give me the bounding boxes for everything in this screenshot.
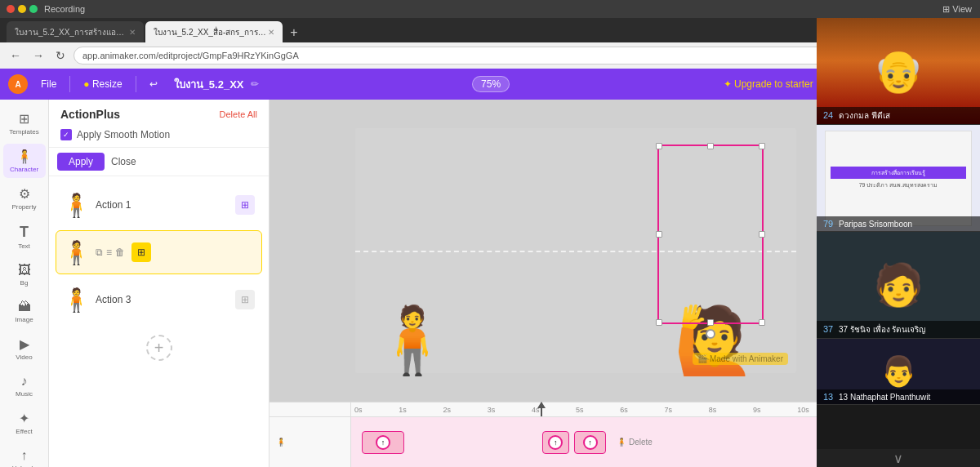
selection-box [657, 145, 764, 324]
close-panel-button[interactable]: Close [111, 153, 136, 171]
add-action-button[interactable]: + [146, 335, 172, 361]
close-dot[interactable] [7, 5, 15, 13]
new-tab-button[interactable]: + [284, 23, 304, 42]
url-field[interactable]: app.animaker.com/editproject/GmpFa9HRzYK… [74, 47, 925, 64]
delete-label: Delete [629, 438, 653, 447]
handle-left-mid[interactable] [656, 231, 662, 238]
apply-button[interactable]: Apply [57, 153, 105, 171]
action-2-tools: ⧉ ≡ 🗑 [96, 247, 125, 258]
track-label: 🧍 [270, 417, 351, 467]
sidebar-item-templates[interactable]: ⊞ Templates [3, 106, 46, 140]
text-label: Text [18, 242, 30, 250]
video-icon: ▶ [20, 336, 29, 352]
sidebar-item-bg[interactable]: 🖼 Bg [3, 258, 46, 291]
watermark: 🎬 Made with Animaker [693, 353, 788, 365]
delete-floating[interactable]: 🧍 Delete [617, 438, 653, 447]
templates-label: Templates [9, 128, 38, 136]
track-segment-3[interactable]: ↑ [574, 431, 606, 454]
back-button[interactable]: ← [7, 47, 24, 64]
participant-3-avatar: 🧑 [873, 261, 924, 309]
action-2-char: 🧍 [63, 236, 89, 269]
sidebar-item-character[interactable]: 🧍 Character [3, 144, 46, 178]
track-segment-1[interactable]: ↑ [362, 431, 404, 454]
forward-button[interactable]: → [29, 47, 47, 64]
action-item-3[interactable]: 🧍 Action 3 ⊞ [56, 278, 262, 322]
undo-button[interactable]: ↩ [143, 75, 164, 93]
tool-delete-icon[interactable]: 🗑 [115, 247, 125, 258]
track-segment-2[interactable]: ↑ [542, 431, 569, 454]
participant-2-name: Paripas Srisomboon [839, 220, 912, 229]
smooth-motion-checkbox[interactable]: ✓ [60, 129, 72, 140]
action-list: 🧍 Action 1 ⊞ 🧍 ⧉ ≡ 🗑 ⊞ [49, 176, 269, 328]
sidebar-item-image[interactable]: 🏔 Image [3, 295, 46, 328]
handle-right-mid[interactable] [759, 231, 765, 238]
canvas-area: 🧍 🙋 [270, 100, 882, 467]
webcam-item-3: 🧑 37 37 รัชนิจ เพื่อง รัตนเจริญ [817, 232, 980, 339]
webcam-label-1: 24 ดวงกมล ฟีตีเส [817, 107, 980, 124]
sidebar-item-uploads[interactable]: ↑ Uploads [3, 443, 46, 467]
divider-2 [136, 76, 136, 92]
view-button[interactable]: ⊞ View [942, 4, 972, 15]
handle-top-right[interactable] [759, 143, 765, 149]
apply-close-bar: Apply Close [49, 147, 269, 176]
canvas-wrapper[interactable]: 🧍 🙋 [270, 100, 882, 402]
handle-bottom-right[interactable] [759, 319, 765, 326]
webcam-item-1: 👴 24 ดวงกมล ฟีตีเส [817, 18, 980, 125]
resize-button[interactable]: ● Resize [77, 75, 128, 93]
file-menu-button[interactable]: File [34, 75, 63, 93]
rotate-handle[interactable] [706, 329, 715, 339]
tab-2[interactable]: ใบงาน_5.2_XX_สื่อ-สกร_การสร้างสื่อ... ✕ [145, 21, 283, 42]
tool-list-icon[interactable]: ≡ [106, 247, 112, 258]
action-2-settings[interactable]: ⊞ [131, 242, 151, 262]
panel-header: ActionPlus Delete All [49, 100, 269, 126]
canvas-stage[interactable]: 🧍 🙋 [355, 128, 796, 373]
sidebar-item-video[interactable]: ▶ Video [3, 331, 46, 366]
handle-bottom-left[interactable] [656, 319, 662, 326]
handle-top-mid[interactable] [707, 143, 714, 149]
sidebar-item-music[interactable]: ♪ Music [3, 369, 46, 403]
webcam-label-2: 79 Paripas Srisomboon [817, 216, 980, 231]
action-3-label: Action 3 [96, 294, 229, 305]
scroll-down-button[interactable]: ∨ [817, 449, 980, 467]
zoom-control[interactable]: 75% [472, 76, 510, 92]
action-item-1[interactable]: 🧍 Action 1 ⊞ [56, 183, 262, 227]
segment-marker-2: ↑ [548, 435, 563, 450]
left-sidebar: ⊞ Templates 🧍 Character ⚙ Property T Tex… [0, 100, 49, 467]
chevron-down-icon: ∨ [893, 451, 903, 466]
action-1-settings[interactable]: ⊞ [235, 195, 255, 215]
max-dot[interactable] [29, 5, 38, 13]
handle-bottom-mid[interactable] [707, 319, 714, 326]
content-header: การสร้างสื่อการเรียนรู้ [831, 167, 966, 179]
min-dot[interactable] [18, 5, 26, 13]
edit-title-icon[interactable]: ✏ [251, 78, 259, 90]
upgrade-button[interactable]: ✦ Upgrade to starter [724, 78, 813, 90]
track-content[interactable]: ↑ ↑ ↑ 🧍 Delete [351, 417, 882, 467]
participant-4-avatar: 👨 [880, 354, 917, 389]
action-item-2[interactable]: 🧍 ⧉ ≡ 🗑 ⊞ [56, 230, 262, 274]
tool-copy-icon[interactable]: ⧉ [96, 247, 103, 258]
reload-button[interactable]: ↻ [52, 47, 69, 64]
webcam-label-3: 37 37 รัชนิจ เพื่อง รัตนเจริญ [817, 321, 980, 338]
tab-1-close[interactable]: ✕ [129, 28, 136, 37]
mark-8s: 8s [709, 406, 753, 414]
sidebar-item-effect[interactable]: ✦ Effect [3, 406, 46, 440]
music-label: Music [16, 390, 33, 398]
content-body: 79 ประดิภา สนพ.สมุทรสงคราม [831, 181, 966, 189]
track-name: 🧍 [276, 438, 286, 447]
action-3-settings[interactable]: ⊞ [235, 290, 255, 309]
sidebar-item-property[interactable]: ⚙ Property [3, 181, 46, 216]
tab-1[interactable]: ใบงาน_5.2_XX_การสร้างแอนิเมชั่น_1... ✕ [7, 21, 144, 42]
participant-1-avatar: 👴 [873, 47, 924, 95]
sidebar-item-text[interactable]: T Text [3, 219, 46, 255]
bg-icon: 🖼 [18, 263, 31, 278]
character-icon: 🧍 [16, 149, 33, 164]
character-left[interactable]: 🧍 [372, 308, 453, 373]
image-label: Image [15, 316, 33, 323]
delete-all-button[interactable]: Delete All [220, 109, 257, 119]
handle-top-left[interactable] [656, 143, 662, 149]
os-bar: Recording ⊞ View [0, 0, 980, 18]
track-row: 🧍 ↑ ↑ ↑ [270, 417, 882, 467]
tab-2-close[interactable]: ✕ [268, 28, 274, 37]
content-preview: การสร้างสื่อการเรียนรู้ 79 ประดิภา สนพ.ส… [825, 131, 972, 226]
webcam-panel: 👴 24 ดวงกมล ฟีตีเส การสร้างสื่อการเรียนร… [817, 18, 980, 467]
